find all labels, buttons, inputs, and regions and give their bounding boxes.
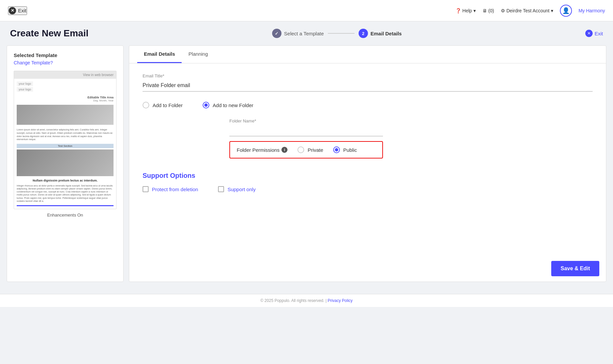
private-radio-outer[interactable] [297, 146, 304, 153]
folder-name-field: Folder Name* [229, 118, 383, 136]
user-avatar[interactable]: 👤 [560, 5, 572, 17]
tpl-title-right: Editable Title Area Day, Month, Year [87, 96, 114, 102]
help-button[interactable]: ❓ Help ▾ [455, 8, 476, 13]
step-1-check-icon: ✓ [275, 31, 278, 36]
tpl-logo-2: your logo [17, 87, 33, 92]
folder-name-label: Folder Name* [229, 118, 383, 123]
support-options-section: Support Options Protect from deletion Su… [143, 172, 593, 192]
tabs: Email Details Planning [129, 46, 606, 63]
private-radio[interactable]: Private [297, 146, 323, 153]
steps-indicator: ✓ Select a Template 2 Email Details [272, 29, 402, 38]
exit-icon: ✕ [9, 7, 16, 14]
page-title: Create New Email [10, 28, 88, 39]
folder-radio-row: Add to Folder Add to new Folder [143, 102, 593, 108]
public-radio-outer[interactable] [333, 146, 340, 153]
form-area: Email Title* Add to Folder Add to new Fo… [129, 63, 606, 202]
tab-email-details[interactable]: Email Details [137, 46, 182, 63]
step-1: ✓ Select a Template [272, 29, 324, 38]
step-1-label: Select a Template [284, 31, 324, 36]
add-to-new-folder-radio-outer[interactable] [203, 102, 209, 108]
right-panel: Email Details Planning Email Title* Add … [129, 45, 606, 282]
account-chevron-icon: ▾ [551, 8, 553, 13]
tpl-title-area: Editable Title Area Day, Month, Year [14, 94, 116, 103]
add-to-folder-radio[interactable]: Add to Folder [143, 102, 183, 108]
add-to-folder-label: Add to Folder [153, 102, 183, 108]
top-nav-right: ❓ Help ▾ 🖥 (0) ⚙ Deirdre Test Account ▾ … [455, 5, 605, 17]
harmony-label: My Harmony [579, 8, 605, 13]
tab-email-details-label: Email Details [144, 51, 175, 57]
email-title-input[interactable] [143, 80, 593, 92]
folder-permissions-box: Folder Permissions i Private [229, 141, 383, 158]
page-footer: © 2025 Poppulo. All rights reserved. | P… [0, 294, 613, 307]
protect-deletion-checkbox-item[interactable]: Protect from deletion [143, 186, 198, 192]
step-2-number: 2 [362, 31, 364, 36]
my-harmony-button[interactable]: My Harmony [579, 8, 605, 13]
step-2: 2 Email Details [359, 29, 402, 38]
tpl-image-2 [17, 149, 114, 176]
tpl-header: View in web browser [14, 71, 116, 79]
tpl-date: Day, Month, Year [87, 99, 114, 102]
account-button[interactable]: ⚙ Deirdre Test Account ▾ [501, 8, 553, 13]
support-only-checkbox-item[interactable]: Support only [218, 186, 255, 192]
breadcrumb-exit-icon: ✕ [585, 30, 593, 37]
tpl-text-1: Lorem ipsum dolor sit amet, consectetur … [14, 126, 116, 143]
tab-planning[interactable]: Planning [182, 46, 214, 63]
step-2-label: Email Details [371, 31, 402, 36]
footer-copyright: © 2025 Poppulo. All rights reserved. | [260, 298, 327, 303]
tpl-image-1 [17, 105, 114, 125]
add-to-new-folder-radio-inner [204, 103, 208, 107]
public-label: Public [343, 147, 357, 153]
tpl-logo-1: your logo [17, 81, 33, 86]
selected-template-title: Selected Template [14, 52, 117, 58]
top-exit-button[interactable]: ✕ Exit [8, 6, 27, 15]
folder-row: Folder Name* Folder Permissions i [143, 118, 593, 168]
enhancements-label: Enhancements On [14, 213, 117, 218]
tpl-footer-line [17, 205, 114, 206]
private-label: Private [308, 147, 323, 153]
info-icon[interactable]: i [281, 147, 287, 153]
breadcrumb-bar: Create New Email ✓ Select a Template 2 E… [0, 21, 613, 45]
help-icon: ❓ [455, 8, 461, 13]
save-btn-area: Save & Edit [129, 256, 606, 282]
inbox-icon: 🖥 [482, 8, 487, 13]
help-chevron-icon: ▾ [473, 8, 476, 13]
left-panel: Selected Template Change Template? View … [7, 45, 124, 282]
breadcrumb-exit-button[interactable]: ✕ Exit [585, 30, 603, 37]
gear-icon: ⚙ [501, 8, 505, 13]
top-nav: ✕ Exit ❓ Help ▾ 🖥 (0) ⚙ Deirdre Test Acc… [0, 0, 613, 21]
public-radio-inner [335, 148, 338, 151]
template-preview: View in web browser your logo your logo … [14, 71, 117, 209]
tpl-section-label: Test Section [17, 144, 114, 148]
save-edit-button[interactable]: Save & Edit [551, 261, 599, 276]
folder-permissions-text: Folder Permissions [237, 147, 279, 153]
support-only-checkbox[interactable] [218, 186, 224, 192]
inbox-button[interactable]: 🖥 (0) [482, 8, 494, 13]
step-connector [328, 33, 355, 34]
folder-name-input[interactable] [229, 125, 383, 136]
tpl-editable-title: Editable Title Area [87, 96, 114, 99]
protect-deletion-label: Protect from deletion [152, 187, 198, 192]
help-label: Help [462, 8, 472, 13]
main-content: Selected Template Change Template? View … [0, 45, 613, 289]
tpl-body-text: Integer rhoncus arcu at dolor porta a ve… [14, 183, 116, 204]
account-label: Deirdre Test Account [506, 8, 550, 13]
top-exit-label: Exit [18, 8, 26, 13]
privacy-policy-link[interactable]: Privacy Policy [328, 298, 353, 303]
add-to-new-folder-label: Add to new Folder [213, 102, 253, 108]
checkbox-row: Protect from deletion Support only [143, 186, 593, 192]
protect-deletion-checkbox[interactable] [143, 186, 149, 192]
add-to-new-folder-radio[interactable]: Add to new Folder [203, 102, 253, 108]
inbox-count: (0) [488, 8, 494, 13]
support-options-title: Support Options [143, 172, 593, 179]
tpl-bold-text: Nullam dignissim pretium lectus ac inter… [14, 177, 116, 183]
change-template-link[interactable]: Change Template? [14, 60, 117, 65]
step-1-circle: ✓ [272, 29, 281, 38]
email-title-label: Email Title* [143, 73, 593, 78]
public-radio[interactable]: Public [333, 146, 357, 153]
support-only-label: Support only [227, 187, 255, 192]
user-icon: 👤 [562, 7, 570, 14]
breadcrumb-exit-label: Exit [595, 31, 603, 36]
folder-right: Folder Name* Folder Permissions i [229, 118, 383, 168]
add-to-folder-radio-outer[interactable] [143, 102, 149, 108]
folder-permissions-label: Folder Permissions i [237, 147, 287, 153]
